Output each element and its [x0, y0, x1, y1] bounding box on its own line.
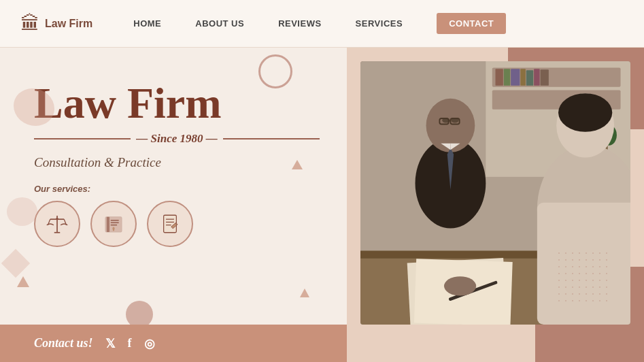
since-line-right — [223, 138, 320, 139]
nav-home[interactable]: HOME — [133, 18, 161, 29]
svg-rect-25 — [534, 69, 539, 86]
service-scales-icon[interactable] — [34, 201, 80, 247]
contact-cta: Contact us! — [34, 336, 93, 350]
dots-pattern — [556, 250, 610, 304]
nav-services[interactable]: SERVICES — [356, 18, 403, 29]
navigation: 🏛 Law Firm HOME ABOUT US REVIEWS SERVICE… — [0, 0, 644, 48]
instagram-icon[interactable]: ◎ — [144, 336, 155, 351]
deco-rhombus — [1, 249, 30, 278]
svg-rect-23 — [520, 69, 526, 86]
right-panel — [347, 48, 644, 362]
service-document-icon[interactable] — [147, 201, 193, 247]
logo-icon: 🏛 — [20, 12, 39, 35]
deco-triangle-1 — [292, 160, 303, 169]
deco-circle-top — [258, 54, 292, 88]
nav-reviews[interactable]: REVIEWS — [278, 18, 321, 29]
tagline: Consultation & Practice — [34, 155, 320, 170]
logo[interactable]: 🏛 Law Firm — [20, 12, 92, 35]
svg-rect-26 — [541, 69, 549, 86]
since-text: — Since 1980 — — [136, 132, 217, 146]
since-banner: — Since 1980 — — [34, 132, 320, 146]
deco-triangle-3 — [300, 289, 309, 297]
nav-about[interactable]: ABOUT US — [195, 18, 244, 29]
contact-bar: Contact us! 𝕏 f ◎ — [0, 325, 347, 362]
svg-rect-20 — [496, 69, 503, 86]
left-panel: Law Firm — Since 1980 — Consultation & P… — [0, 48, 347, 362]
deco-triangle-2 — [17, 276, 29, 287]
deco-blob-mid-left — [7, 197, 37, 226]
consultation-photo — [360, 61, 630, 325]
svg-rect-22 — [511, 69, 520, 86]
svg-point-5 — [56, 218, 58, 220]
twitter-icon[interactable]: 𝕏 — [105, 336, 116, 351]
facebook-icon[interactable]: f — [128, 336, 132, 350]
since-line-left — [34, 138, 131, 139]
deco-circle-bottom — [126, 301, 153, 328]
services-icons — [34, 201, 320, 247]
svg-rect-24 — [526, 70, 533, 86]
logo-text: Law Firm — [45, 18, 92, 30]
services-label: Our services: — [34, 184, 320, 194]
main-content: Law Firm — Since 1980 — Consultation & P… — [0, 48, 644, 362]
nav-contact[interactable]: CONTACT — [437, 13, 506, 34]
service-book-icon[interactable] — [90, 201, 137, 247]
svg-rect-7 — [107, 217, 109, 232]
nav-links: HOME ABOUT US REVIEWS SERVICES CONTACT — [133, 13, 624, 34]
svg-point-48 — [558, 93, 612, 132]
svg-rect-21 — [504, 69, 510, 86]
svg-point-50 — [444, 276, 476, 295]
